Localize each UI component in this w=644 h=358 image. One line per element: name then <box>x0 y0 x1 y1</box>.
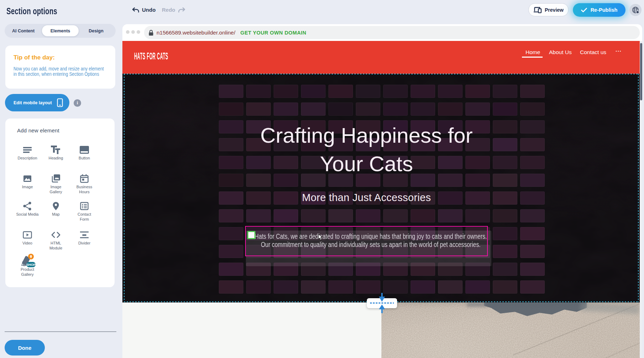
svg-text:SHOP: SHOP <box>26 263 36 267</box>
